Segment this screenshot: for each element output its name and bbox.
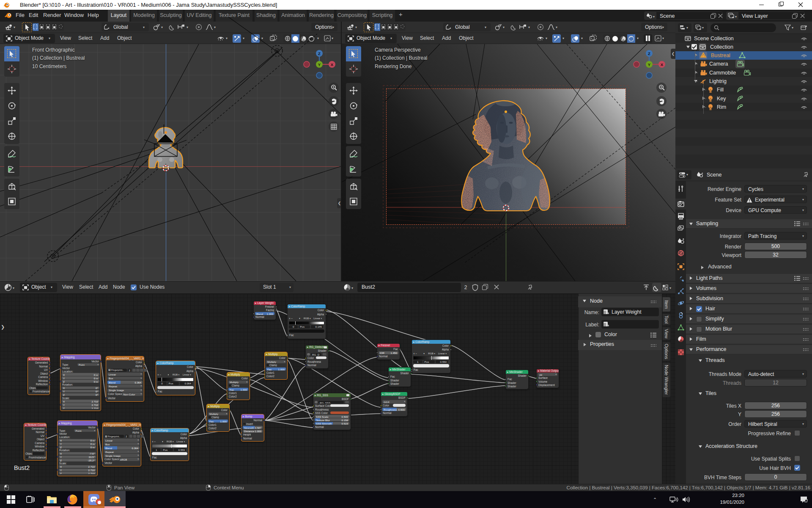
svg-text:Z: Z <box>648 51 650 56</box>
svg-text:Y: Y <box>318 62 321 67</box>
svg-text:Y: Y <box>648 62 651 67</box>
svg-text:X: X <box>331 62 334 67</box>
svg-text:Z: Z <box>318 51 321 56</box>
svg-text:X: X <box>661 62 664 67</box>
